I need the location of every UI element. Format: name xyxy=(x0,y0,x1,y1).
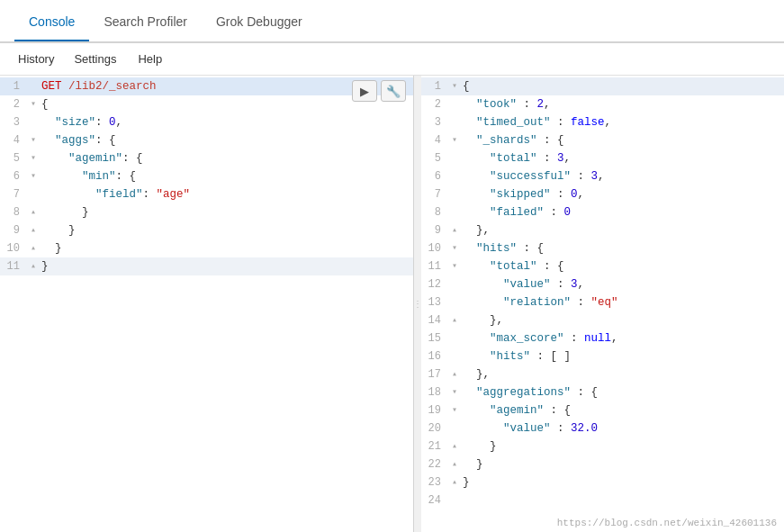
line-num-11: 11 xyxy=(0,257,27,275)
out-line-6: 6 "successful" : 3, xyxy=(421,167,784,185)
out-line-7: 7 "skipped" : 0, xyxy=(421,185,784,203)
out-gutter-23[interactable]: ▴ xyxy=(448,473,461,491)
out-content-23: } xyxy=(461,473,784,491)
line-gutter-4[interactable]: ▾ xyxy=(27,131,40,149)
editor-line-3: 3 "size": 0, xyxy=(0,113,413,131)
out-line-16: 16 "hits" : [ ] xyxy=(421,347,784,365)
editor-line-5: 5 ▾ "agemin": { xyxy=(0,149,413,167)
out-content-9: }, xyxy=(461,221,784,239)
out-gutter-9[interactable]: ▴ xyxy=(448,221,461,239)
out-line-17: 17 ▴ }, xyxy=(421,365,784,383)
out-gutter-22[interactable]: ▴ xyxy=(448,455,461,473)
out-num-4: 4 xyxy=(421,131,448,149)
out-line-3: 3 "timed_out" : false, xyxy=(421,113,784,131)
line-gutter-5[interactable]: ▾ xyxy=(27,149,40,167)
out-gutter-10[interactable]: ▾ xyxy=(448,239,461,257)
out-num-10: 10 xyxy=(421,239,448,257)
out-gutter-4[interactable]: ▾ xyxy=(448,131,461,149)
out-content-13: "relation" : "eq" xyxy=(461,293,784,311)
out-line-15: 15 "max_score" : null, xyxy=(421,329,784,347)
out-content-3: "timed_out" : false, xyxy=(461,113,784,131)
out-gutter-21[interactable]: ▴ xyxy=(448,437,461,455)
out-line-5: 5 "total" : 3, xyxy=(421,149,784,167)
watermark: https://blog.csdn.net/weixin_42601136 xyxy=(557,518,777,528)
out-content-11: "total" : { xyxy=(461,257,784,275)
line-num-8: 8 xyxy=(0,203,27,221)
out-line-19: 19 ▾ "agemin" : { xyxy=(421,401,784,419)
out-content-21: } xyxy=(461,437,784,455)
out-content-2: "took" : 2, xyxy=(461,95,784,113)
out-num-7: 7 xyxy=(421,185,448,203)
out-num-9: 9 xyxy=(421,221,448,239)
out-num-1: 1 xyxy=(421,77,448,95)
line-content-5: "agemin": { xyxy=(40,149,413,167)
out-content-6: "successful" : 3, xyxy=(461,167,784,185)
drag-handle[interactable]: ⋮ xyxy=(414,76,421,532)
out-content-8: "failed" : 0 xyxy=(461,203,784,221)
tab-grok-debugger[interactable]: Grok Debugger xyxy=(202,2,317,40)
out-num-5: 5 xyxy=(421,149,448,167)
out-num-8: 8 xyxy=(421,203,448,221)
line-gutter-8[interactable]: ▴ xyxy=(27,203,40,221)
run-button[interactable]: ▶ xyxy=(352,80,377,102)
line-content-10: } xyxy=(40,239,413,257)
out-content-18: "aggregations" : { xyxy=(461,383,784,401)
out-num-6: 6 xyxy=(421,167,448,185)
line-gutter-6[interactable]: ▾ xyxy=(27,167,40,185)
out-gutter-19[interactable]: ▾ xyxy=(448,401,461,419)
out-line-1: 1 ▾ { xyxy=(421,77,784,95)
out-gutter-18[interactable]: ▾ xyxy=(448,383,461,401)
line-gutter-2[interactable]: ▾ xyxy=(27,95,40,113)
out-gutter-14[interactable]: ▴ xyxy=(448,311,461,329)
line-content-9: } xyxy=(40,221,413,239)
out-num-11: 11 xyxy=(421,257,448,275)
line-content-8: } xyxy=(40,203,413,221)
editor-line-11: 11 ▴ } xyxy=(0,257,413,275)
out-line-13: 13 "relation" : "eq" xyxy=(421,293,784,311)
out-num-3: 3 xyxy=(421,113,448,131)
out-gutter-11[interactable]: ▾ xyxy=(448,257,461,275)
out-content-4: "_shards" : { xyxy=(461,131,784,149)
line-num-2: 2 xyxy=(0,95,27,113)
editor-code-area[interactable]: 1 GET /lib2/_search 2 ▾ { 3 "size": 0, 4… xyxy=(0,76,413,532)
out-line-22: 22 ▴ } xyxy=(421,455,784,473)
out-line-8: 8 "failed" : 0 xyxy=(421,203,784,221)
out-line-9: 9 ▴ }, xyxy=(421,221,784,239)
help-link[interactable]: Help xyxy=(127,45,173,73)
line-num-5: 5 xyxy=(0,149,27,167)
out-gutter-17[interactable]: ▴ xyxy=(448,365,461,383)
tab-console[interactable]: Console xyxy=(14,2,89,41)
out-line-20: 20 "value" : 32.0 xyxy=(421,419,784,437)
out-content-22: } xyxy=(461,455,784,473)
out-num-24: 24 xyxy=(421,491,448,509)
wrench-button[interactable]: 🔧 xyxy=(381,80,406,102)
editor-line-6: 6 ▾ "min": { xyxy=(0,167,413,185)
line-gutter-10[interactable]: ▴ xyxy=(27,239,40,257)
output-panel: 1 ▾ { 2 "took" : 2, 3 "timed_out" : fals… xyxy=(421,76,784,532)
out-line-24: 24 xyxy=(421,491,784,509)
out-num-16: 16 xyxy=(421,347,448,365)
out-num-21: 21 xyxy=(421,437,448,455)
out-content-20: "value" : 32.0 xyxy=(461,419,784,437)
out-content-16: "hits" : [ ] xyxy=(461,347,784,365)
out-line-2: 2 "took" : 2, xyxy=(421,95,784,113)
out-num-19: 19 xyxy=(421,401,448,419)
line-content-7: "field": "age" xyxy=(40,185,413,203)
out-content-15: "max_score" : null, xyxy=(461,329,784,347)
out-line-10: 10 ▾ "hits" : { xyxy=(421,239,784,257)
line-gutter-11[interactable]: ▴ xyxy=(27,257,40,275)
out-line-4: 4 ▾ "_shards" : { xyxy=(421,131,784,149)
line-num-3: 3 xyxy=(0,113,27,131)
history-link[interactable]: History xyxy=(14,45,63,73)
line-content-4: "aggs": { xyxy=(40,131,413,149)
settings-link[interactable]: Settings xyxy=(63,45,127,73)
out-num-12: 12 xyxy=(421,275,448,293)
out-num-15: 15 xyxy=(421,329,448,347)
tab-search-profiler[interactable]: Search Profiler xyxy=(89,2,202,40)
out-content-10: "hits" : { xyxy=(461,239,784,257)
out-gutter-1[interactable]: ▾ xyxy=(448,77,461,95)
out-content-7: "skipped" : 0, xyxy=(461,185,784,203)
out-line-18: 18 ▾ "aggregations" : { xyxy=(421,383,784,401)
line-gutter-9[interactable]: ▴ xyxy=(27,221,40,239)
sec-nav: History Settings Help xyxy=(0,43,784,76)
